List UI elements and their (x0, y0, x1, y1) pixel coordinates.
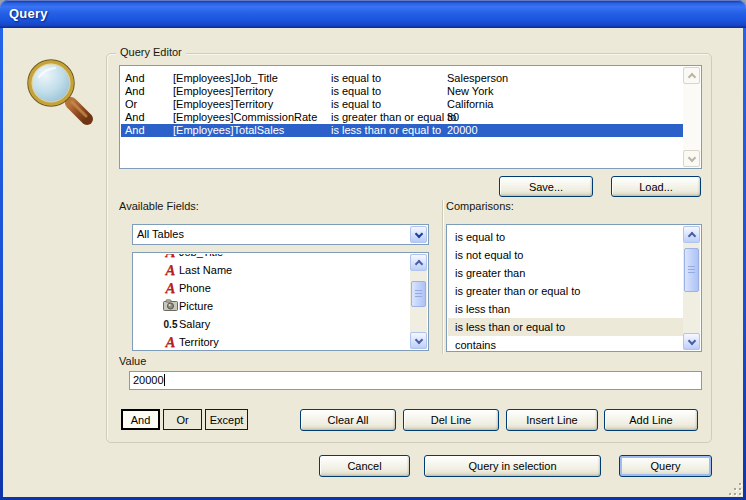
cancel-button[interactable]: Cancel (319, 455, 410, 477)
query-in-selection-button[interactable]: Query in selection (424, 455, 601, 477)
scroll-down-button[interactable] (683, 333, 700, 350)
scroll-up-icon (687, 72, 695, 80)
query-button[interactable]: Query (619, 455, 712, 477)
comparison-item[interactable]: contains (448, 336, 683, 350)
query-dialog: Query (0, 0, 746, 500)
query-editor-group: Query Editor And [Employees]Job_Title is… (106, 53, 712, 443)
field-item[interactable]: Picture (134, 297, 410, 315)
value-input[interactable]: 20000 (129, 371, 702, 390)
comparisons-list[interactable]: is equal to is not equal to is greater t… (446, 224, 702, 352)
group-title: Query Editor (116, 46, 186, 58)
picture-field-icon (162, 299, 179, 313)
dialog-body: Query Editor And [Employees]Job_Title is… (3, 28, 743, 497)
field-item[interactable]: Salary (134, 315, 410, 333)
except-button[interactable]: Except (205, 409, 248, 430)
text-caret (164, 374, 165, 386)
table-selector-value: All Tables (137, 228, 184, 240)
scrollbar-thumb[interactable] (411, 281, 426, 307)
available-fields-list[interactable]: Job_Title Last Name Phone (132, 252, 429, 351)
fields-list-scrollbar[interactable] (410, 254, 427, 349)
titlebar[interactable]: Query (0, 0, 746, 28)
alpha-field-icon (162, 262, 179, 279)
query-condition-row-selected[interactable]: And [Employees]TotalSales is less than o… (121, 124, 683, 137)
comparison-item[interactable]: is greater than (448, 264, 683, 282)
scroll-up-button[interactable] (410, 254, 427, 271)
scrollbar-thumb[interactable] (684, 248, 699, 292)
scroll-down-button[interactable] (410, 332, 427, 349)
column-divider (442, 200, 444, 354)
scroll-up-button[interactable] (683, 67, 700, 84)
query-conditions-rows: And [Employees]Job_Title is equal to Sal… (121, 67, 683, 167)
available-fields-label: Available Fields: (119, 200, 199, 212)
field-item[interactable]: Last Name (134, 261, 410, 279)
scroll-up-icon (687, 231, 695, 239)
alpha-field-icon (162, 254, 179, 261)
or-button[interactable]: Or (163, 409, 202, 430)
del-line-button[interactable]: Del Line (403, 409, 499, 431)
clear-all-button[interactable]: Clear All (300, 409, 396, 431)
query-list-scrollbar[interactable] (683, 67, 700, 167)
save-button[interactable]: Save... (499, 176, 593, 197)
value-input-text: 20000 (133, 374, 164, 386)
window-title: Query (9, 6, 48, 21)
field-item[interactable]: Job_Title (134, 254, 410, 261)
insert-line-button[interactable]: Insert Line (506, 409, 598, 431)
scroll-down-icon (687, 336, 695, 344)
scroll-up-button[interactable] (683, 226, 700, 243)
alpha-field-icon (162, 280, 179, 297)
comparison-item[interactable]: is not equal to (448, 246, 683, 264)
query-condition-row[interactable]: And [Employees]Territory is equal to New… (121, 85, 683, 98)
table-selector-combobox[interactable]: All Tables (132, 224, 429, 245)
magnifier-icon (23, 55, 97, 131)
query-condition-row[interactable]: And [Employees]CommissionRate is greater… (121, 111, 683, 124)
field-item[interactable]: Territory (134, 333, 410, 349)
add-line-button[interactable]: Add Line (604, 409, 698, 431)
comparison-item[interactable]: is less than (448, 300, 683, 318)
number-field-icon (162, 318, 179, 330)
resize-grip[interactable] (727, 481, 741, 495)
scroll-down-button[interactable] (683, 150, 700, 167)
query-conditions-list[interactable]: And [Employees]Job_Title is equal to Sal… (119, 65, 702, 169)
and-button[interactable]: And (121, 409, 160, 430)
comparison-item[interactable]: is greater than or equal to (448, 282, 683, 300)
field-rows: Job_Title Last Name Phone (134, 254, 410, 349)
value-label: Value (119, 355, 146, 367)
field-item[interactable]: Phone (134, 279, 410, 297)
comparisons-label: Comparisons: (446, 200, 514, 212)
query-condition-row[interactable]: Or [Employees]Territory is equal to Cali… (121, 98, 683, 111)
comparison-item[interactable]: is equal to (448, 228, 683, 246)
query-condition-row[interactable]: And [Employees]Job_Title is equal to Sal… (121, 72, 683, 85)
comparisons-scrollbar[interactable] (683, 226, 700, 350)
chevron-down-icon (414, 229, 422, 237)
comparison-rows: is equal to is not equal to is greater t… (448, 226, 683, 350)
comparison-item-selected[interactable]: is less than or equal to (448, 318, 683, 336)
alpha-field-icon (162, 334, 179, 350)
combobox-dropdown-button[interactable] (410, 226, 427, 243)
scroll-up-icon (414, 259, 422, 267)
scroll-down-icon (687, 153, 695, 161)
load-button[interactable]: Load... (611, 176, 701, 197)
scroll-down-icon (414, 335, 422, 343)
